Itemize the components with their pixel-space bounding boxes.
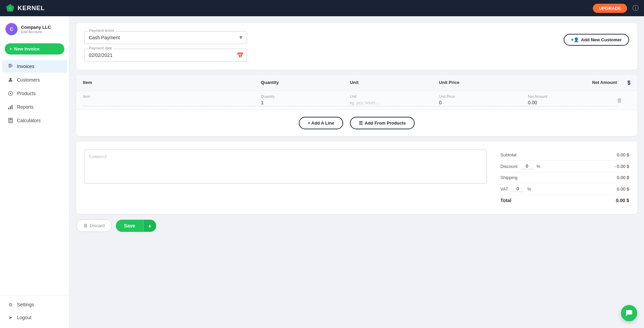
svg-rect-4 (8, 65, 13, 66)
subtotal-value: 0.00 $ (617, 152, 629, 157)
calendar-icon[interactable]: 📅 (237, 52, 244, 59)
delete-row-button[interactable]: 🗑 (617, 97, 622, 104)
customers-icon (7, 77, 14, 83)
total-value: 0.00 $ (616, 198, 629, 203)
company-name: Company LLC (21, 25, 51, 30)
chat-bubble[interactable] (621, 305, 637, 321)
svg-point-9 (10, 93, 11, 94)
sidebar-nav: Invoices Customers Products Reports (0, 60, 69, 295)
svg-rect-11 (10, 106, 11, 109)
item-cell: Item (83, 94, 261, 106)
new-invoice-button[interactable]: + New Invoice (5, 43, 64, 54)
comment-input[interactable] (84, 150, 487, 183)
discount-row: Discount % - 0.00 $ (500, 160, 629, 172)
sidebar-item-settings[interactable]: ⚙ Settings (2, 298, 67, 311)
subtotal-label: Subtotal (500, 152, 517, 157)
save-button[interactable]: Save (116, 220, 143, 232)
edit-account-link[interactable]: Edit Account (21, 30, 51, 34)
comment-area (84, 150, 487, 206)
calculators-icon (7, 117, 14, 124)
svg-rect-5 (8, 66, 13, 67)
topnav: KERNEL UPGRADE ⓘ (0, 0, 644, 16)
trash-icon: 🗑 (83, 223, 88, 228)
subtotal-row: Subtotal 0.00 $ (500, 150, 629, 160)
net-amount-input[interactable] (528, 99, 617, 106)
upgrade-button[interactable]: UPGRADE (593, 4, 627, 13)
logout-icon: ➤ (7, 314, 14, 321)
unit-price-field-label: Unit Price (439, 94, 528, 99)
unit-price-cell: Unit Price (439, 94, 528, 106)
delete-cell: 🗑 (617, 97, 630, 104)
table-actions: + Add A Line ☰ Add From Products (76, 110, 637, 136)
discard-button[interactable]: 🗑 Discard (76, 219, 112, 232)
unit-input[interactable] (350, 99, 439, 106)
col-item: Item (83, 80, 261, 86)
add-new-customer-button[interactable]: +👤 Add New Customer (564, 34, 629, 46)
sidebar-item-settings-label: Settings (17, 302, 34, 307)
shipping-label: Shipping (500, 175, 518, 180)
quantity-input[interactable] (261, 99, 350, 106)
sidebar-item-reports-label: Reports (17, 104, 34, 110)
svg-rect-18 (9, 122, 10, 122)
add-line-button[interactable]: + Add A Line (299, 117, 343, 129)
svg-point-7 (9, 78, 12, 80)
svg-rect-3 (8, 64, 12, 65)
svg-rect-6 (8, 67, 11, 68)
form-right: +👤 Add New Customer (564, 31, 629, 46)
unit-cell: Unit (350, 94, 439, 106)
svg-rect-17 (11, 121, 12, 121)
unit-price-input[interactable] (439, 99, 528, 106)
table-row: Item Quantity Unit Unit Price Net Amount (76, 91, 637, 110)
sidebar-item-customers[interactable]: Customers (2, 73, 67, 86)
form-fields-left: Payment terms Cash Payment ▼ Payment dat… (84, 31, 247, 62)
unit-field-label: Unit (350, 94, 439, 99)
footer-buttons: 🗑 Discard Save ▲ (76, 214, 637, 235)
discard-label: Discard (90, 223, 105, 228)
svg-rect-12 (12, 105, 13, 109)
sidebar-company: C Company LLC Edit Account (0, 20, 69, 41)
svg-rect-16 (10, 121, 11, 121)
total-row: Total 0.00 $ (500, 195, 629, 206)
sidebar-item-invoices-label: Invoices (17, 64, 34, 69)
col-net-amount: Net Amount (528, 80, 617, 86)
sidebar-item-products-label: Products (17, 91, 36, 96)
item-field-label: Item (83, 94, 261, 99)
total-label: Total (500, 198, 511, 203)
item-input[interactable] (83, 99, 261, 106)
new-invoice-label: New Invoice (14, 46, 40, 51)
discount-input[interactable] (520, 163, 534, 169)
invoice-table-card: Item Quantity Unit Unit Price Net Amount… (76, 75, 637, 136)
shipping-value: 0.00 $ (617, 175, 629, 180)
quantity-cell: Quantity (261, 94, 350, 106)
svg-rect-19 (10, 122, 11, 122)
save-arrow-button[interactable]: ▲ (143, 220, 156, 232)
chat-icon (625, 309, 633, 317)
sidebar-bottom: ⚙ Settings ➤ Logout (0, 295, 69, 324)
add-new-customer-label: Add New Customer (581, 37, 622, 42)
payment-terms-select[interactable]: Cash Payment (84, 31, 247, 44)
col-quantity: Quantity (261, 80, 350, 86)
totals-area: Subtotal 0.00 $ Discount % - 0.00 $ Ship… (500, 150, 629, 206)
sidebar-item-calculators[interactable]: Calculators (2, 114, 67, 127)
sidebar-item-invoices[interactable]: Invoices (2, 60, 67, 73)
vat-result: 0.00 $ (617, 187, 629, 192)
payment-terms-label: Payment terms (88, 28, 116, 32)
help-icon[interactable]: ⓘ (632, 4, 639, 12)
sidebar: C Company LLC Edit Account + New Invoice… (0, 16, 69, 328)
payment-date-field: Payment date 📅 (84, 49, 247, 62)
sidebar-item-logout[interactable]: ➤ Logout (2, 311, 67, 324)
payment-date-input[interactable] (84, 49, 247, 62)
payment-date-label: Payment date (88, 46, 113, 50)
sidebar-item-reports[interactable]: Reports (2, 101, 67, 113)
sidebar-item-logout-label: Logout (17, 315, 32, 320)
logo: KERNEL (5, 3, 45, 13)
net-amount-cell: Net Amount (528, 94, 617, 106)
invoices-icon (7, 63, 14, 69)
add-from-products-button[interactable]: ☰ Add From Products (350, 117, 415, 129)
add-from-products-label: Add From Products (365, 121, 406, 126)
vat-input[interactable] (511, 186, 524, 192)
svg-rect-10 (8, 108, 9, 109)
sidebar-item-products[interactable]: Products (2, 87, 67, 100)
products-list-icon: ☰ (359, 121, 363, 126)
add-customer-icon: +👤 (571, 37, 579, 42)
